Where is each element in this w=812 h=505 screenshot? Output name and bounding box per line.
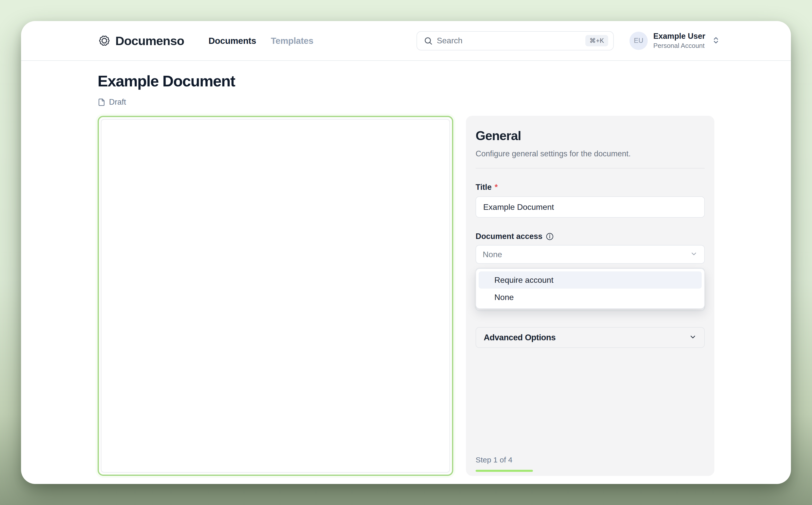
chevrons-up-down-icon	[712, 36, 720, 45]
select-value: None	[483, 250, 502, 259]
document-viewer	[98, 116, 453, 476]
account-type: Personal Account	[653, 42, 705, 50]
nav-link-documents[interactable]: Documents	[209, 36, 256, 46]
panel-description: Configure general settings for the docum…	[476, 149, 705, 158]
panel-spacer	[476, 348, 705, 456]
main-nav: Documents Templates	[209, 36, 313, 46]
chevron-down-icon	[689, 333, 697, 342]
general-settings-panel: General Configure general settings for t…	[466, 116, 714, 476]
account-name: Example User	[653, 32, 705, 41]
step-progress-fill	[476, 470, 533, 472]
step-indicator: Step 1 of 4	[476, 456, 705, 464]
page-title: Example Document	[98, 73, 714, 89]
main-content: Example Document Draft General Configure…	[21, 73, 791, 476]
search-input[interactable]: Search ⌘+K	[416, 31, 614, 50]
advanced-options-toggle[interactable]: Advanced Options	[476, 327, 705, 348]
app-window: Documenso Documents Templates Search ⌘+K…	[21, 21, 791, 484]
file-icon	[98, 98, 106, 106]
title-input-value: Example Document	[483, 202, 554, 212]
brand-name: Documenso	[115, 34, 184, 48]
account-meta: Example User Personal Account	[653, 32, 705, 50]
account-menu[interactable]: EU Example User Personal Account	[630, 32, 720, 50]
search-placeholder: Search	[437, 36, 462, 45]
document-page	[101, 119, 450, 473]
info-icon[interactable]	[546, 232, 554, 241]
title-input[interactable]: Example Document	[476, 196, 705, 218]
search-icon	[424, 36, 433, 45]
document-access-select-wrap: None Require account None	[476, 241, 705, 264]
status-row: Draft	[98, 98, 714, 107]
document-access-label: Document access	[476, 232, 705, 241]
chevron-down-icon	[690, 250, 698, 259]
search-shortcut-badge: ⌘+K	[585, 35, 608, 46]
content-columns: General Configure general settings for t…	[98, 116, 714, 476]
status-badge: Draft	[109, 98, 126, 107]
avatar: EU	[630, 32, 648, 50]
brand-logo[interactable]: Documenso	[98, 34, 184, 48]
dropdown-option-require-account[interactable]: Require account	[479, 272, 702, 289]
nav-link-templates[interactable]: Templates	[271, 36, 313, 46]
step-progress-bar	[476, 470, 705, 472]
title-field-label: Title *	[476, 183, 705, 192]
advanced-options-label: Advanced Options	[484, 333, 556, 342]
required-asterisk: *	[495, 183, 498, 192]
panel-heading: General	[476, 129, 705, 143]
dropdown-option-none[interactable]: None	[479, 289, 702, 306]
documenso-seal-icon	[98, 35, 110, 47]
document-access-dropdown: Require account None	[476, 268, 705, 309]
document-access-select[interactable]: None	[476, 245, 705, 264]
top-navbar: Documenso Documents Templates Search ⌘+K…	[21, 21, 791, 61]
panel-divider	[476, 168, 705, 169]
